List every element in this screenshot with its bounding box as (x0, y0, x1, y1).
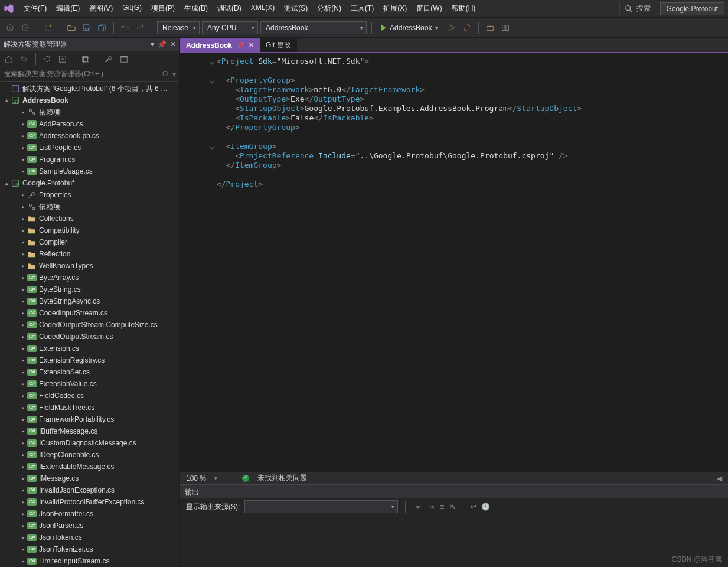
tree-item[interactable]: ▸C#IBufferMessage.cs (0, 425, 179, 437)
code-line[interactable]: ⌄ <ItemGroup> (186, 142, 728, 151)
tree-item[interactable]: ▸C#ICustomDiagnosticMessage.cs (0, 437, 179, 449)
tree-item[interactable]: ▸C#Addressbook.pb.cs (0, 130, 179, 142)
expand-icon[interactable]: ▸ (19, 511, 27, 517)
home-icon[interactable] (2, 53, 15, 66)
layout-icon[interactable] (499, 21, 512, 34)
indent-left-icon[interactable]: ⇤ (416, 503, 422, 511)
expand-icon[interactable]: ▸ (19, 168, 27, 174)
code-line[interactable]: <IsPackable>False</IsPackable> (186, 113, 728, 123)
align-icon[interactable]: ≡ (440, 503, 444, 511)
solution-crumb[interactable]: Google.Protobuf (660, 2, 724, 15)
expand-icon[interactable]: ▸ (19, 192, 27, 198)
new-item-icon[interactable] (42, 21, 55, 34)
expand-icon[interactable]: ▸ (19, 452, 27, 458)
tree-item[interactable]: ▸C#IDeepCloneable.cs (0, 449, 179, 461)
sync-icon[interactable] (18, 53, 31, 66)
expand-icon[interactable]: ▸ (19, 440, 27, 446)
save-all-icon[interactable] (96, 21, 109, 34)
code-line[interactable]: <ProjectReference Include="..\Google.Pro… (186, 151, 728, 161)
expand-icon[interactable]: ▴ (2, 180, 11, 186)
code-line[interactable] (186, 66, 728, 76)
tree-item[interactable]: ▸依赖项 (0, 106, 179, 118)
menu-item-9[interactable]: 分析(N) (312, 1, 346, 16)
issues-text[interactable]: 未找到相关问题 (257, 473, 307, 483)
expand-icon[interactable]: ▸ (19, 405, 27, 410)
expand-icon[interactable]: ▸ (19, 428, 27, 434)
tree-item[interactable]: ▸Reflection (0, 248, 179, 260)
tree-item[interactable]: ▸C#ExtensionValue.cs (0, 378, 179, 390)
expand-icon[interactable]: ▸ (19, 133, 27, 139)
code-editor[interactable]: ⌄<Project Sdk="Microsoft.NET.Sdk"> ⌄ <Pr… (180, 53, 728, 471)
menu-item-6[interactable]: 调试(D) (213, 1, 246, 16)
tree-item[interactable]: ▸C#JsonToken.cs (0, 532, 179, 543)
tree-item[interactable]: ▸Compiler (0, 236, 179, 248)
tree-item[interactable]: 解决方案 'Google.Protobuf' (6 个项目，共 6 … (0, 83, 179, 94)
tree-item[interactable]: ▴C#Google.Protobuf (0, 177, 179, 189)
expand-icon[interactable]: ▸ (19, 204, 27, 210)
expand-icon[interactable]: ▸ (19, 145, 27, 151)
expand-icon[interactable]: ▸ (19, 310, 27, 316)
configuration-combo[interactable]: Release (157, 21, 200, 34)
tab-git-changes[interactable]: Git 更改 (260, 38, 297, 52)
expand-icon[interactable]: ▸ (19, 487, 27, 493)
panel-search[interactable]: 搜索解决方案资源管理器(Ctrl+;) ▾ (0, 67, 179, 82)
hot-reload-icon[interactable] (461, 21, 474, 34)
platform-combo[interactable]: Any CPU (202, 21, 258, 34)
expand-icon[interactable]: ▸ (19, 121, 27, 127)
expand-icon[interactable]: ▸ (19, 298, 27, 304)
code-line[interactable]: </ItemGroup> (186, 161, 728, 170)
wrap-icon[interactable]: ↩ (471, 503, 476, 511)
menu-item-2[interactable]: 视图(V) (84, 1, 117, 16)
tab-addressbook[interactable]: AddressBook 📌 ✕ (180, 38, 260, 52)
menu-item-3[interactable]: Git(G) (117, 1, 146, 16)
tree-item[interactable]: ▸C#ByteString.cs (0, 284, 179, 295)
expand-icon[interactable]: ▸ (19, 546, 27, 552)
tree-item[interactable]: ▸C#Extension.cs (0, 343, 179, 354)
tree-item[interactable]: ▸C#JsonTokenizer.cs (0, 543, 179, 555)
tree-item[interactable]: ▸C#FieldCodec.cs (0, 390, 179, 402)
refresh-icon[interactable] (41, 53, 54, 66)
tree-item[interactable]: ▸C#ByteStringAsync.cs (0, 295, 179, 307)
code-line[interactable]: <OutputType>Exe</OutputType> (186, 94, 728, 104)
code-line[interactable] (186, 132, 728, 142)
expand-icon[interactable]: ▸ (19, 464, 27, 470)
code-line[interactable]: ⌄<Project Sdk="Microsoft.NET.Sdk"> (186, 57, 728, 66)
start-nodebug-icon[interactable] (445, 21, 458, 34)
solution-tree[interactable]: 解决方案 'Google.Protobuf' (6 个项目，共 6 …▴C#Ad… (0, 82, 179, 567)
clock-icon[interactable]: 🕓 (481, 503, 490, 511)
toolbox-icon[interactable] (484, 21, 497, 34)
expand-icon[interactable]: ▸ (19, 263, 27, 269)
expand-icon[interactable]: ▸ (19, 357, 27, 363)
tree-item[interactable]: ▸WellKnownTypes (0, 260, 179, 272)
tree-item[interactable]: ▸C#ExtensionSet.cs (0, 366, 179, 378)
tree-item[interactable]: ▸C#JsonParser.cs (0, 520, 179, 532)
expand-icon[interactable]: ▸ (19, 499, 27, 505)
expand-icon[interactable]: ▸ (19, 535, 27, 540)
preview-icon[interactable] (117, 53, 130, 66)
menu-item-7[interactable]: XML(X) (246, 1, 280, 16)
expand-icon[interactable]: ▸ (19, 109, 27, 115)
code-line[interactable]: <StartupObject>Google.Protobuf.Examples.… (186, 104, 728, 113)
code-line[interactable]: ⌄ <PropertyGroup> (186, 76, 728, 85)
startup-combo[interactable]: AddressBook (260, 21, 367, 34)
expand-icon[interactable]: ▴ (2, 97, 11, 103)
menu-item-13[interactable]: 帮助(H) (447, 1, 481, 16)
tree-item[interactable]: ▸C#SampleUsage.cs (0, 165, 179, 177)
expand-icon[interactable]: ▸ (19, 381, 27, 387)
expand-icon[interactable]: ▸ (19, 157, 27, 162)
expand-icon[interactable]: ▸ (19, 523, 27, 529)
zoom-level[interactable]: 100 % (186, 474, 206, 483)
expand-icon[interactable]: ▸ (19, 475, 27, 481)
pin-icon[interactable]: 📌 (237, 42, 244, 48)
dropdown-icon[interactable]: ▾ (151, 40, 154, 48)
code-line[interactable]: </Project> (186, 180, 728, 189)
output-source-combo[interactable] (244, 500, 398, 513)
tree-item[interactable]: ▸Compatibility (0, 224, 179, 236)
start-debug-button[interactable]: AddressBook ▾ (377, 21, 443, 34)
expand-icon[interactable]: ▸ (19, 346, 27, 351)
expand-icon[interactable]: ▸ (19, 251, 27, 257)
tree-item[interactable]: ▸C#JsonFormatter.cs (0, 508, 179, 520)
menu-item-5[interactable]: 生成(B) (179, 1, 213, 16)
menu-item-11[interactable]: 扩展(X) (378, 1, 412, 16)
expand-icon[interactable]: ▸ (19, 558, 27, 564)
